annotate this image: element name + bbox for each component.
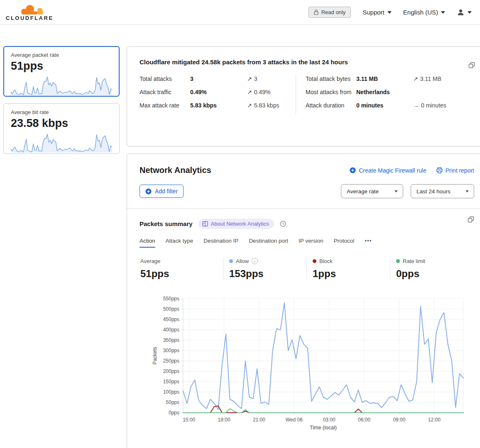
stat-value: 0.49% [190,88,247,96]
person-icon [457,8,465,16]
up-right-arrow-icon: ↗ [247,89,252,95]
tab-destination-ip[interactable]: Destination IP [203,238,238,248]
tab-protocol[interactable]: Protocol [334,238,355,248]
up-right-arrow-icon: ↗ [247,102,252,109]
stat-value: 51pps [140,268,223,280]
svg-text:500pps: 500pps [163,306,179,312]
stat-value: 153pps [229,268,306,280]
stat-label: Allow [236,258,249,264]
stat-label: Block [319,258,333,264]
plus-circle-icon [145,188,152,195]
account-menu[interactable] [457,8,472,16]
history-clock-icon[interactable] [280,221,286,227]
support-menu[interactable]: Support [362,9,392,16]
summary-row: Attack traffic 0.49% ↗0.49% [140,88,288,96]
chevron-down-icon [465,190,469,192]
plus-circle-icon [350,167,356,173]
time-range-select-value: Last 24 hours [416,188,451,195]
chevron-down-icon [387,11,392,14]
svg-text:350pps: 350pps [163,337,179,343]
summary-row: Attack duration 0 minutes →0 minutes [306,101,479,110]
block-dot-icon [313,259,316,263]
info-icon[interactable]: i [252,258,258,264]
svg-text:100pps: 100pps [163,389,179,395]
svg-text:150pps: 150pps [163,379,179,385]
chevron-down-icon [441,11,445,14]
copy-icon[interactable] [468,62,475,70]
printer-icon [436,167,443,173]
language-label: English (US) [403,9,438,16]
svg-text:Time (local): Time (local) [310,425,337,431]
packet-rate-sparkline [11,75,112,96]
svg-text:Wed 06: Wed 06 [286,417,303,423]
support-label: Support [362,9,384,16]
stat-allow: Allow i 153pps [223,258,306,280]
summary-row: Max attack rate 5.83 kbps ↗5.83 kbps [140,101,288,110]
packets-chart: 0pps50pps100pps150pps200pps250pps300pps3… [151,295,469,433]
stat-delta: ↗0.49% [247,88,288,96]
create-magic-firewall-rule-link[interactable]: Create Magic Firewall rule [350,167,426,174]
svg-text:450pps: 450pps [163,317,179,322]
stat-value: 0pps [396,268,473,280]
svg-text:200pps: 200pps [163,368,179,374]
svg-text:15:00: 15:00 [183,417,195,423]
summary-row: Most attacks from Netherlands [306,88,479,96]
stat-label: Total attacks [140,75,190,83]
packets-summary-title: Packets summary [140,220,193,227]
summary-left-column: Total attacks 3 ↗3 Attack traffic 0.49% … [140,75,296,114]
metric-value: 23.58 kbps [11,117,112,130]
top-header: CLOUDFLARE Read only Support English (US… [0,0,480,25]
chevron-down-icon [394,190,398,192]
svg-text:12:00: 12:00 [428,417,441,423]
metric-value: 51pps [11,60,112,73]
svg-text:21:00: 21:00 [253,417,265,423]
stat-label: Rate limit [403,258,425,264]
svg-text:250pps: 250pps [163,358,179,364]
network-analytics-card: Network Analytics Create Magic Firewall … [127,153,480,448]
right-arrow-icon: → [413,102,419,109]
more-tabs-ellipsis-icon[interactable]: ••• [365,238,372,248]
about-network-analytics-badge[interactable]: About Network Analytics [198,219,274,229]
stat-delta: ↗3 [247,75,288,83]
metric-label: Average bit rate [11,109,112,115]
card-average-bit-rate[interactable]: Average bit rate 23.58 kbps [3,103,120,154]
tab-action[interactable]: Action [140,238,155,248]
svg-text:50pps: 50pps [166,399,179,405]
copy-icon[interactable] [468,216,474,224]
packets-summary-section: Packets summary About Network Analytics [127,209,480,435]
tab-destination-port[interactable]: Destination port [249,238,288,248]
stat-delta: ↗5.83 kbps [247,101,288,110]
up-right-arrow-icon: ↗ [247,75,252,82]
bit-rate-sparkline [11,132,112,153]
time-range-select[interactable]: Last 24 hours [411,184,474,198]
stat-value: 3 [190,75,247,83]
attack-summary-title: Cloudflare mitigated 24.58k packets from… [140,58,479,66]
tab-ip-version[interactable]: IP version [299,238,323,248]
stat-label: Most attacks from [306,88,356,96]
svg-text:Packets: Packets [152,347,158,365]
cloudflare-logo[interactable]: CLOUDFLARE [6,4,54,21]
language-menu[interactable]: English (US) [403,9,445,16]
print-report-link[interactable]: Print report [436,167,474,174]
stat-average: Average 51pps [140,258,223,280]
add-filter-button[interactable]: Add filter [140,185,184,198]
rate-limit-dot-icon [396,259,400,263]
svg-text:06:00: 06:00 [358,417,370,423]
svg-text:550pps: 550pps [163,296,179,302]
read-only-label: Read only [321,9,346,15]
card-average-packet-rate[interactable]: Average packet rate 51pps [3,46,120,97]
main-content: Cloudflare mitigated 24.58k packets from… [127,46,480,448]
up-right-arrow-icon: ↗ [413,75,418,82]
stat-value: 1pps [313,268,390,280]
tab-attack-type[interactable]: Attack type [166,238,193,248]
svg-text:18:00: 18:00 [218,417,230,423]
packets-chart-container: 0pps50pps100pps150pps200pps250pps300pps3… [151,295,479,435]
stat-label: Attack duration [306,101,356,110]
stat-label: Max attack rate [140,101,190,110]
metric-select[interactable]: Average rate [341,184,403,198]
stat-label: Attack traffic [140,88,190,96]
read-only-badge[interactable]: Read only [309,7,351,18]
stat-value: 0 minutes [356,101,413,110]
metric-select-value: Average rate [347,188,379,195]
summary-row: Total attack bytes 3.11 MB ↗3.11 MB [306,75,479,83]
